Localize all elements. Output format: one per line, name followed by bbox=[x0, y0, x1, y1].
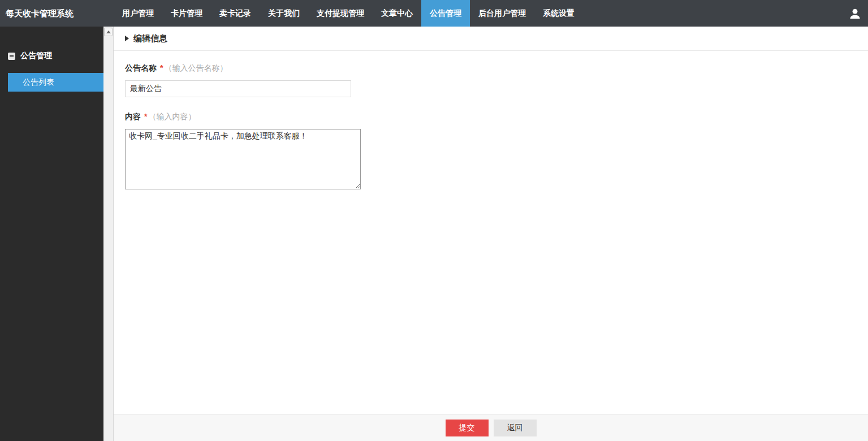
section-title: 编辑信息 bbox=[133, 33, 167, 44]
footer-action-bar: 提交 返回 bbox=[114, 414, 868, 441]
main-content: 编辑信息 公告名称 * （输入公告名称） 内容 * （输入内容） 收卡网_专业回… bbox=[114, 27, 868, 441]
required-asterisk: * bbox=[160, 63, 163, 72]
sidebar: 公告管理 公告列表 bbox=[0, 27, 103, 441]
nav-item-about-us[interactable]: 关于我们 bbox=[260, 0, 308, 27]
edit-form: 公告名称 * （输入公告名称） 内容 * （输入内容） 收卡网_专业回收二手礼品… bbox=[114, 51, 868, 189]
app-title: 每天收卡管理系统 bbox=[0, 0, 114, 27]
main-layout: 公告管理 公告列表 编辑信息 公告名称 * （输入公告名称） bbox=[0, 27, 868, 441]
nav-item-article-center[interactable]: 文章中心 bbox=[373, 0, 421, 27]
nav-item-backend-user-management[interactable]: 后台用户管理 bbox=[470, 0, 534, 27]
content-label-row: 内容 * （输入内容） bbox=[125, 112, 868, 122]
minus-square-icon bbox=[8, 53, 15, 60]
nav-menu: 用户管理 卡片管理 卖卡记录 关于我们 支付提现管理 文章中心 公告管理 后台用… bbox=[114, 0, 583, 27]
nav-item-card-management[interactable]: 卡片管理 bbox=[162, 0, 211, 27]
submit-button[interactable]: 提交 bbox=[446, 420, 489, 436]
app-window: 每天收卡管理系统 用户管理 卡片管理 卖卡记录 关于我们 支付提现管理 文章中心… bbox=[0, 0, 868, 441]
vertical-scrollbar[interactable] bbox=[103, 27, 114, 441]
sidebar-group-label: 公告管理 bbox=[20, 51, 52, 61]
content-textarea[interactable]: 收卡网_专业回收二手礼品卡，加急处理联系客服！ bbox=[125, 129, 361, 189]
nav-item-payment-withdrawal[interactable]: 支付提现管理 bbox=[308, 0, 373, 27]
back-button[interactable]: 返回 bbox=[494, 420, 537, 436]
sidebar-item-announcement-list[interactable]: 公告列表 bbox=[8, 73, 103, 92]
nav-item-announcement-management[interactable]: 公告管理 bbox=[421, 0, 470, 27]
nav-item-card-sale-records[interactable]: 卖卡记录 bbox=[211, 0, 260, 27]
section-header: 编辑信息 bbox=[114, 27, 868, 51]
announcement-name-hint: （输入公告名称） bbox=[164, 63, 227, 74]
nav-item-system-settings[interactable]: 系统设置 bbox=[534, 0, 583, 27]
scroll-up-button[interactable] bbox=[104, 28, 113, 36]
user-avatar-button[interactable] bbox=[842, 0, 868, 27]
field-gap bbox=[125, 97, 868, 112]
content-label: 内容 bbox=[125, 112, 141, 122]
content-hint: （输入内容） bbox=[148, 112, 196, 122]
required-asterisk: * bbox=[144, 112, 147, 121]
top-nav: 每天收卡管理系统 用户管理 卡片管理 卖卡记录 关于我们 支付提现管理 文章中心… bbox=[0, 0, 868, 27]
user-icon bbox=[848, 7, 862, 20]
caret-right-icon bbox=[125, 36, 129, 41]
triangle-up-icon bbox=[106, 31, 111, 33]
sidebar-group-announcement[interactable]: 公告管理 bbox=[0, 48, 103, 64]
announcement-name-input[interactable] bbox=[125, 80, 351, 97]
announcement-name-label: 公告名称 bbox=[125, 63, 157, 74]
sidebar-item-label: 公告列表 bbox=[23, 77, 54, 88]
nav-spacer bbox=[583, 0, 842, 27]
nav-item-user-management[interactable]: 用户管理 bbox=[114, 0, 162, 27]
announcement-name-label-row: 公告名称 * （输入公告名称） bbox=[125, 63, 868, 74]
